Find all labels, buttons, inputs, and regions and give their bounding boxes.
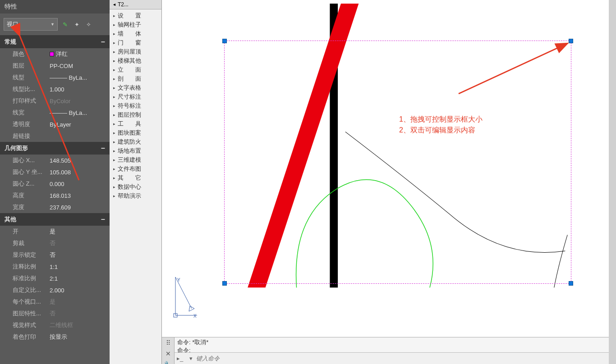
section-misc-header[interactable]: 其他– [0, 213, 110, 226]
handle-bottom-left[interactable] [222, 281, 227, 286]
dropdown-value: 视口 [7, 20, 18, 28]
expand-arrow-icon: ▸ [113, 147, 118, 155]
prop-cz-value[interactable]: 0.000 [50, 180, 110, 188]
tree-item[interactable]: ▸设 置 [110, 11, 161, 20]
tree-item[interactable]: ▸工 具 [110, 119, 161, 128]
annotation-line-1: 1、拖拽可控制显示框大小 [399, 114, 483, 124]
select-icon[interactable]: ✦ [72, 20, 81, 29]
tree-item[interactable]: ▸数据中心 [110, 182, 161, 191]
ucs-axis-icon: Y X [170, 273, 202, 322]
prop-width-value[interactable]: 237.609 [50, 203, 110, 211]
prop-transparency-value[interactable]: ByLayer [50, 120, 110, 128]
prop-shade-label: 着色打印 [0, 333, 50, 341]
prop-ltscale-value[interactable]: 1.000 [50, 85, 110, 93]
command-input[interactable] [196, 355, 609, 362]
chevron-down-icon[interactable]: ▾ [185, 355, 196, 362]
prop-hyperlink-value[interactable] [50, 132, 110, 140]
tree-item[interactable]: ▸墙 体 [110, 29, 161, 38]
tree-tab[interactable]: ◄T2... [110, 0, 161, 9]
tree-item[interactable]: ▸文字表格 [110, 83, 161, 92]
command-history: 命令: *取消* 命令: [175, 337, 609, 352]
prop-lineweight-label: 线宽 [0, 109, 50, 117]
tree-item[interactable]: ▸符号标注 [110, 101, 161, 110]
wrench-icon[interactable]: 🔧 [162, 359, 174, 364]
vertical-scrollbar[interactable] [609, 0, 616, 364]
handle-top-left[interactable] [222, 39, 227, 43]
expand-arrow-icon: ▸ [113, 165, 118, 173]
tree-item[interactable]: ▸尺寸标注 [110, 92, 161, 101]
pick-icon[interactable]: ✧ [84, 20, 93, 29]
expand-arrow-icon: ▸ [113, 21, 118, 28]
prop-custom-label: 自定义比... [0, 286, 50, 294]
close-icon[interactable]: ✕ [162, 348, 174, 359]
prop-custom-value[interactable]: 2.000 [50, 286, 110, 294]
prop-linetype-value[interactable]: ——— ByLa... [50, 73, 110, 82]
tree-item[interactable]: ▸帮助演示 [110, 191, 161, 200]
command-run-icon[interactable]: ▸_ [175, 355, 185, 362]
object-type-dropdown[interactable]: 视口 ▼ [4, 18, 58, 31]
handle-bottom-right[interactable] [569, 281, 573, 286]
prop-lock-label: 显示锁定 [0, 251, 50, 259]
prop-cx-value[interactable]: 148.505 [50, 156, 110, 164]
prop-plotstyle-label: 打印样式 [0, 97, 50, 105]
collapse-icon: – [101, 38, 105, 46]
expand-arrow-icon: ▸ [113, 93, 118, 100]
expand-arrow-icon: ▸ [113, 156, 118, 164]
properties-title: 特性 [0, 0, 110, 14]
expand-arrow-icon: ▸ [113, 57, 118, 64]
prop-layerprop-label: 图层特性... [0, 309, 50, 318]
tree-item[interactable]: ▸建筑防火 [110, 137, 161, 146]
tree-item[interactable]: ▸立 面 [110, 65, 161, 74]
properties-toolbar: 视口 ▼ ✎ ✦ ✧ [0, 14, 110, 36]
grip-icon[interactable]: ⠿ [162, 337, 174, 348]
prop-color-label: 颜色 [0, 50, 50, 58]
prop-color-value[interactable]: 洋红 [50, 50, 110, 58]
prop-layerprop-value[interactable]: 否 [50, 309, 110, 318]
command-content: 命令: *取消* 命令: ▸_ ▾ [175, 337, 609, 364]
expand-arrow-icon: ▸ [113, 39, 118, 46]
viewport-selection-box[interactable] [224, 41, 571, 284]
prop-on-label: 开 [0, 228, 50, 236]
collapse-icon: – [101, 215, 105, 223]
canvas[interactable]: 1、拖拽可控制显示框大小 2、双击可编辑显示内容 Y X [165, 4, 605, 333]
tree-item[interactable]: ▸房间屋顶 [110, 47, 161, 56]
prop-layer-value[interactable]: PP-COM [50, 62, 110, 70]
prop-plotstyle-value[interactable]: ByColor [50, 97, 110, 105]
tree-item[interactable]: ▸门 窗 [110, 38, 161, 47]
prop-clip-value[interactable]: 否 [50, 239, 110, 247]
tree-item[interactable]: ▸图层控制 [110, 110, 161, 119]
prop-shade-value[interactable]: 按显示 [50, 333, 110, 341]
tree-item[interactable]: ▸轴网柱子 [110, 20, 161, 29]
prop-pervp-value[interactable]: 是 [50, 298, 110, 306]
prop-transparency-label: 透明度 [0, 120, 50, 128]
tree-item[interactable]: ▸剖 面 [110, 74, 161, 83]
tree-item[interactable]: ▸文件布图 [110, 164, 161, 173]
prop-lock-value[interactable]: 否 [50, 251, 110, 259]
prop-on-value[interactable]: 是 [50, 228, 110, 236]
prop-height-value[interactable]: 168.013 [50, 191, 110, 200]
prop-stdscale-value[interactable]: 2:1 [50, 274, 110, 282]
prop-lineweight-value[interactable]: ——— ByLa... [50, 109, 110, 117]
tree-item[interactable]: ▸图块图案 [110, 128, 161, 137]
section-geometry-header[interactable]: 几何图形– [0, 142, 110, 155]
tree-item[interactable]: ▸楼梯其他 [110, 56, 161, 65]
prop-annoscale-value[interactable]: 1:1 [50, 263, 110, 271]
prop-vstyle-value[interactable]: 二维线框 [50, 321, 110, 329]
prop-annoscale-label: 注释比例 [0, 263, 50, 271]
prop-cy-label: 圆心 Y 坐... [0, 168, 50, 176]
quick-select-icon[interactable]: ✎ [60, 20, 69, 29]
expand-arrow-icon: ▸ [113, 48, 118, 55]
expand-arrow-icon: ▸ [113, 120, 118, 127]
command-input-row: ▸_ ▾ [175, 352, 609, 364]
tree-item[interactable]: ▸三维建模 [110, 155, 161, 164]
section-general-header[interactable]: 常规– [0, 36, 110, 48]
svg-text:X: X [193, 314, 197, 318]
prop-cy-value[interactable]: 105.008 [50, 168, 110, 176]
command-controls: ⠿ ✕ 🔧 [162, 337, 175, 364]
prop-linetype-label: 线型 [0, 73, 50, 82]
tree-item[interactable]: ▸其 它 [110, 173, 161, 182]
tree-item[interactable]: ▸场地布置 [110, 146, 161, 155]
handle-top-right[interactable] [569, 39, 573, 43]
expand-arrow-icon: ▸ [113, 12, 118, 19]
expand-arrow-icon: ▸ [113, 66, 118, 73]
